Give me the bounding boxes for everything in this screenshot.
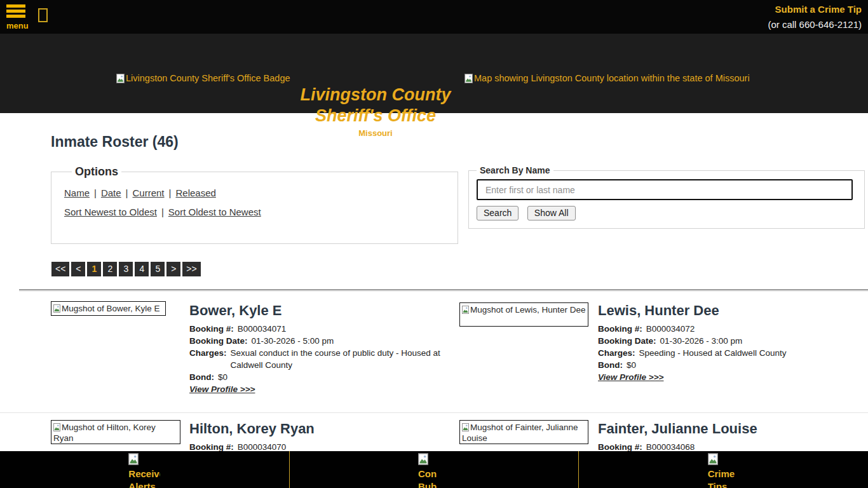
footer-crime-tips-link[interactable]: Crime Tips <box>578 451 868 488</box>
site-title-line1: Livingston County <box>261 85 490 105</box>
pagination-last-button[interactable]: >> <box>182 262 200 276</box>
divider <box>0 412 868 413</box>
filter-links: Name|Date|Current|Released <box>64 187 445 198</box>
show-all-button[interactable]: Show All <box>527 206 576 220</box>
hamburger-icon <box>6 4 28 18</box>
sort-oldest-to-newest-link[interactable]: Sort Oldest to Newest <box>168 207 261 217</box>
filter-link-name[interactable]: Name <box>64 187 90 198</box>
inmate-card: Fainter, Julianne Louise Booking #:B0000… <box>598 421 865 453</box>
search-button[interactable]: Search <box>477 206 519 220</box>
search-panel: Search By Name Search Show All <box>468 165 865 229</box>
charges-row: Charges:Sexual conduct in the course of … <box>189 347 450 371</box>
footer-label: Receive Alerts <box>128 468 160 488</box>
badge-broken-image[interactable]: Livingston County Sheriff's Office Badge <box>116 73 290 83</box>
footer-receive-alerts-link[interactable]: Receive Alerts <box>0 451 289 488</box>
booking-date-row: Booking Date:01-30-2026 - 5:00 pm <box>189 335 450 347</box>
missing-glyph-box-icon <box>38 8 48 22</box>
site-subtitle: Missouri <box>261 128 490 138</box>
filter-link-released[interactable]: Released <box>175 187 215 198</box>
bond-row: Bond:$0 <box>598 359 865 371</box>
inmate-name: Hilton, Korey Ryan <box>189 421 450 437</box>
filter-link-current[interactable]: Current <box>133 187 165 198</box>
inmate-name: Fainter, Julianne Louise <box>598 421 865 437</box>
footer: Receive Alerts Con Bub Crime Tips <box>0 451 868 488</box>
booking-number-row: Booking #:B000034071 <box>189 323 450 335</box>
pagination: << < 1 2 3 4 5 > >> <box>51 262 201 276</box>
menu-button[interactable]: menu <box>6 4 28 31</box>
mugshot-broken-image[interactable]: Mugshot of Fainter, Julianne Louise <box>459 420 588 444</box>
pagination-page-5-button[interactable]: 5 <box>151 262 165 276</box>
inmate-card: Hilton, Korey Ryan Booking #:B000034070 <box>189 421 450 453</box>
view-profile-link[interactable]: View Profile >>> <box>598 371 663 383</box>
pagination-next-button[interactable]: > <box>166 262 180 276</box>
filter-link-date[interactable]: Date <box>101 187 121 198</box>
pagination-page-4-button[interactable]: 4 <box>135 262 149 276</box>
inmate-card: Bower, Kyle E Booking #:B000034071 Booki… <box>189 302 450 395</box>
header-banner: Livingston County Sheriff's Office Badge… <box>0 34 868 113</box>
pagination-prev-button[interactable]: < <box>71 262 85 276</box>
submit-crime-tip-link[interactable]: Submit a Crime Tip <box>768 4 862 15</box>
pagination-first-button[interactable]: << <box>51 262 69 276</box>
broken-image-icon <box>116 74 125 83</box>
page-title: Inmate Roster (46) <box>51 133 179 151</box>
site-title-line2: Sheriff's Office <box>261 105 490 126</box>
sort-links: Sort Newest to Oldest|Sort Oldest to New… <box>64 207 445 217</box>
broken-image-icon <box>418 453 428 465</box>
search-input[interactable] <box>477 179 853 200</box>
booking-number-row: Booking #:B000034072 <box>598 323 865 335</box>
footer-label: Con Bub <box>418 468 450 488</box>
inmate-name: Lewis, Hunter Dee <box>598 302 865 319</box>
menu-label: menu <box>6 21 29 30</box>
mugshot-broken-image[interactable]: Mugshot of Hilton, Korey Ryan <box>51 420 180 444</box>
bond-row: Bond:$0 <box>189 371 450 383</box>
broken-image-icon <box>462 306 469 314</box>
booking-date-row: Booking Date:01-30-2026 - 3:00 pm <box>598 335 865 347</box>
sort-newest-to-oldest-link[interactable]: Sort Newest to Oldest <box>64 207 157 217</box>
mugshot-broken-image[interactable]: Mugshot of Bower, Kyle E <box>51 301 166 316</box>
separator: | <box>126 187 128 198</box>
site-title: Livingston County Sheriff's Office Misso… <box>261 85 490 138</box>
pagination-page-1-button[interactable]: 1 <box>87 262 101 276</box>
search-legend: Search By Name <box>477 165 553 175</box>
broken-image-icon <box>465 74 473 83</box>
broken-image-icon <box>128 453 139 465</box>
separator: | <box>161 207 164 217</box>
top-bar: menu Submit a Crime Tip (or call 660-646… <box>0 0 868 34</box>
crime-tip-phone: (or call 660-646-2121) <box>768 19 862 30</box>
divider <box>19 289 868 290</box>
options-legend: Options <box>72 165 121 179</box>
broken-image-icon <box>53 304 60 313</box>
separator: | <box>94 187 97 198</box>
view-profile-link[interactable]: View Profile >>> <box>189 383 255 395</box>
mugshot-broken-image[interactable]: Mugshot of Lewis, Hunter Dee <box>459 302 588 327</box>
broken-image-icon <box>462 423 469 431</box>
footer-label: Crime Tips <box>708 468 740 488</box>
pagination-page-2-button[interactable]: 2 <box>103 262 117 276</box>
inmate-name: Bower, Kyle E <box>189 302 450 319</box>
inmate-card: Lewis, Hunter Dee Booking #:B000034072 B… <box>598 302 865 383</box>
options-panel: Options Name|Date|Current|Released Sort … <box>51 165 458 244</box>
charges-row: Charges:Speeding - Housed at Caldwell Co… <box>598 347 865 359</box>
separator: | <box>169 187 172 198</box>
footer-middle-link[interactable]: Con Bub <box>289 451 579 488</box>
county-map-broken-image: Map showing Livingston County location w… <box>465 73 750 83</box>
broken-image-icon <box>708 453 718 465</box>
pagination-page-3-button[interactable]: 3 <box>119 262 133 276</box>
broken-image-icon <box>53 423 60 431</box>
